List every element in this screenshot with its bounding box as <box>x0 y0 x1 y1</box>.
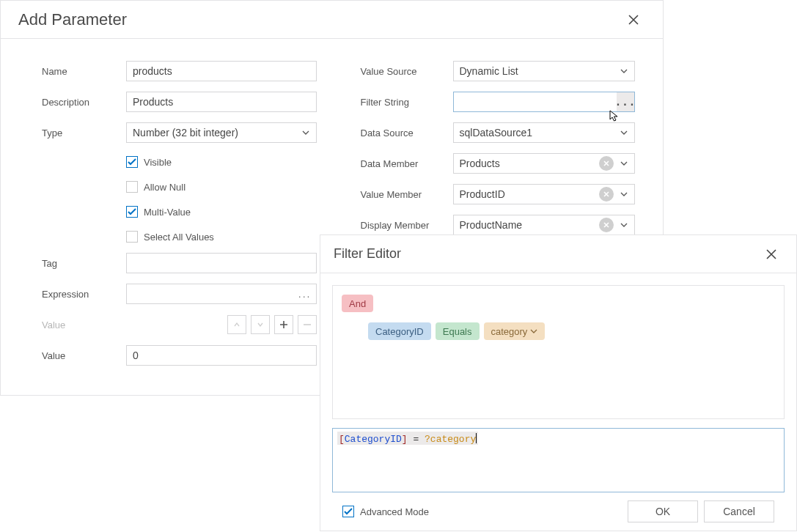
allow-null-label: Allow Null <box>144 182 186 193</box>
display-member-label: Display Member <box>361 220 453 231</box>
chevron-down-icon <box>617 161 631 166</box>
name-input[interactable] <box>126 61 317 81</box>
value-count-label: Value <box>42 319 126 330</box>
close-icon <box>628 15 639 25</box>
plus-icon <box>280 321 287 328</box>
chevron-down-icon <box>617 223 631 227</box>
tok-eq: = <box>408 434 425 445</box>
chevron-down-icon <box>257 322 263 327</box>
tok-field: CategoryID <box>345 434 402 445</box>
close-icon <box>766 249 776 259</box>
tok-close: ] <box>402 434 408 445</box>
chevron-down-icon <box>617 69 631 73</box>
tok-open: [ <box>339 434 345 445</box>
value-source-value: Dynamic List <box>460 65 617 77</box>
filter-editor-dialog: Filter Editor And CategoryID Equals cate… <box>320 234 797 531</box>
close-button[interactable] <box>622 8 645 32</box>
ok-button[interactable]: OK <box>628 500 698 522</box>
data-source-label: Data Source <box>361 128 453 138</box>
multi-value-checkbox[interactable]: Multi-Value <box>126 203 317 221</box>
checkbox-icon <box>342 506 354 517</box>
filter-editor-footer: Advanced Mode OK Cancel <box>320 492 796 531</box>
filter-string-ellipsis-button[interactable]: ... <box>617 92 634 111</box>
display-member-value: ProductName <box>460 219 600 231</box>
filter-editor-title: Filter Editor <box>334 246 760 262</box>
filter-string-input[interactable]: ... <box>453 92 636 112</box>
dialog-title: Add Parameter <box>18 10 622 29</box>
text-cursor <box>476 433 477 443</box>
visible-checkbox[interactable]: Visible <box>126 153 317 171</box>
tag-label: Tag <box>42 258 126 269</box>
tag-input[interactable] <box>126 253 317 273</box>
close-icon <box>603 222 609 228</box>
advanced-mode-label: Advanced Mode <box>360 506 429 517</box>
value-source-label: Value Source <box>361 66 453 77</box>
group-operator-pill[interactable]: And <box>342 295 373 312</box>
close-button[interactable] <box>760 243 783 266</box>
spin-down-button[interactable] <box>251 315 270 334</box>
expression-label: Expression <box>42 289 126 300</box>
spin-up-button[interactable] <box>227 315 246 334</box>
condition-value-pill[interactable]: category <box>484 322 546 340</box>
multi-value-label: Multi-Value <box>144 207 191 218</box>
cancel-button[interactable]: Cancel <box>704 500 774 522</box>
data-member-value: Products <box>460 158 600 169</box>
value-spin <box>227 315 317 334</box>
value-source-combo[interactable]: Dynamic List <box>453 61 636 81</box>
type-label: Type <box>42 128 126 138</box>
condition-value-text: category <box>491 326 528 337</box>
data-source-value: sqlDataSource1 <box>460 127 617 138</box>
name-label: Name <box>42 66 126 77</box>
select-all-checkbox[interactable]: Select All Values <box>126 228 317 245</box>
value-member-label: Value Member <box>361 189 453 200</box>
clear-button[interactable] <box>599 218 614 232</box>
expression-ellipsis: ... <box>298 288 312 300</box>
value-input[interactable] <box>126 345 317 366</box>
expression-input[interactable]: ... <box>126 284 317 304</box>
clear-button[interactable] <box>599 156 614 171</box>
value-label: Value <box>42 350 126 361</box>
filter-editor-header: Filter Editor <box>320 235 796 273</box>
chevron-up-icon <box>234 322 240 327</box>
value-member-combo[interactable]: ProductID <box>453 184 636 204</box>
checkbox-icon <box>126 231 138 243</box>
allow-null-checkbox[interactable]: Allow Null <box>126 178 317 196</box>
condition-operator-pill[interactable]: Equals <box>436 322 480 340</box>
close-icon <box>603 160 609 166</box>
filter-editor-body: And CategoryID Equals category [Category… <box>320 273 796 492</box>
chevron-down-icon <box>530 329 537 333</box>
dialog-header: Add Parameter <box>1 1 663 39</box>
add-value-button[interactable] <box>274 315 293 334</box>
minus-icon <box>304 321 311 328</box>
condition-row: CategoryID Equals category <box>342 322 775 340</box>
filter-tree: And CategoryID Equals category <box>332 285 785 419</box>
tok-qmark: ? <box>425 434 430 445</box>
type-value: Number (32 bit integer) <box>133 127 298 138</box>
data-member-label: Data Member <box>361 158 453 169</box>
value-member-value: ProductID <box>460 188 600 200</box>
close-icon <box>603 191 609 197</box>
chevron-down-icon <box>617 130 631 135</box>
left-column: Name Description Type Number (32 bit int… <box>42 61 317 376</box>
clear-button[interactable] <box>599 187 614 202</box>
description-input[interactable] <box>126 92 317 112</box>
checkbox-icon <box>126 181 138 193</box>
remove-value-button[interactable] <box>298 315 317 334</box>
visible-label: Visible <box>144 157 172 168</box>
type-combo[interactable]: Number (32 bit integer) <box>126 122 317 143</box>
advanced-mode-checkbox[interactable]: Advanced Mode <box>342 503 429 520</box>
checkbox-icon <box>126 206 138 218</box>
filter-expression-editor[interactable]: [CategoryID] = ?category <box>332 428 785 492</box>
checkbox-icon <box>126 156 138 168</box>
select-all-label: Select All Values <box>144 232 214 243</box>
data-member-combo[interactable]: Products <box>453 153 636 174</box>
data-source-combo[interactable]: sqlDataSource1 <box>453 122 636 143</box>
condition-field-pill[interactable]: CategoryID <box>368 322 431 340</box>
display-member-combo[interactable]: ProductName <box>453 215 636 235</box>
description-label: Description <box>42 97 126 108</box>
filter-string-label: Filter String <box>361 97 453 108</box>
chevron-down-icon <box>617 192 631 196</box>
chevron-down-icon <box>298 130 313 135</box>
tok-param: category <box>430 434 476 445</box>
